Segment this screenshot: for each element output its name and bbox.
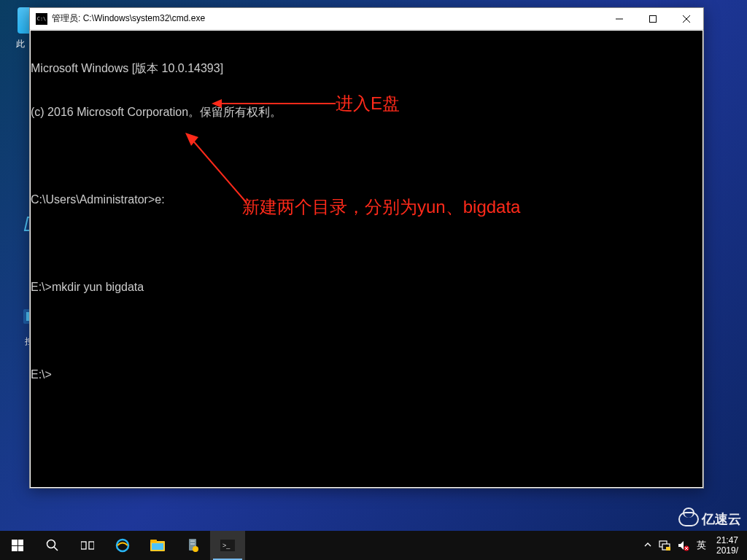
- svg-rect-20: [190, 543, 195, 545]
- tray-network[interactable]: [659, 540, 670, 551]
- maximize-button[interactable]: [636, 8, 670, 30]
- svg-rect-12: [81, 542, 86, 549]
- console-line: C:\Users\Administrator>e:: [31, 192, 703, 207]
- watermark-text: 亿速云: [702, 510, 741, 528]
- console-line: [31, 149, 703, 163]
- svg-point-21: [193, 546, 198, 552]
- console-line: (c) 2016 Microsoft Corporation。保留所有权利。: [31, 105, 703, 120]
- system-tray: 英 21:47 2019/: [638, 531, 747, 560]
- ie-icon: [115, 537, 131, 553]
- svg-point-10: [47, 540, 55, 548]
- cloud-icon: [678, 512, 699, 526]
- minimize-button[interactable]: [603, 8, 636, 30]
- svg-line-11: [54, 547, 58, 551]
- titlebar[interactable]: 管理员: C:\Windows\system32\cmd.exe: [30, 8, 703, 30]
- window-title: 管理员: C:\Windows\system32\cmd.exe: [52, 12, 603, 25]
- taskbar: >_ 英 21:47 2019/: [0, 531, 747, 560]
- svg-rect-16: [150, 540, 157, 542]
- svg-text:>_: >_: [222, 542, 231, 549]
- volume-icon: [678, 540, 689, 551]
- svg-rect-13: [89, 542, 94, 549]
- taskview-button[interactable]: [70, 531, 105, 560]
- windows-logo-icon: [12, 540, 23, 551]
- server-icon: [185, 537, 201, 553]
- console-line: Microsoft Windows [版本 10.0.14393]: [31, 61, 703, 76]
- tray-clock[interactable]: 21:47 2019/: [713, 535, 741, 556]
- svg-rect-17: [152, 543, 163, 550]
- console-line: E:\>: [31, 368, 703, 382]
- taskbar-cmd[interactable]: >_: [210, 531, 245, 560]
- taskview-icon: [81, 540, 94, 551]
- explorer-icon: [150, 539, 166, 552]
- taskbar-explorer[interactable]: [140, 531, 175, 560]
- tray-ime[interactable]: 英: [697, 539, 706, 552]
- taskbar-ie[interactable]: [105, 531, 140, 560]
- console-output[interactable]: Microsoft Windows [版本 10.0.14393] (c) 20…: [31, 31, 703, 487]
- svg-rect-26: [666, 547, 670, 551]
- network-icon: [659, 540, 670, 551]
- clock-time: 21:47: [716, 535, 738, 545]
- svg-rect-19: [190, 540, 195, 542]
- close-button[interactable]: [670, 8, 703, 30]
- watermark: 亿速云: [678, 510, 741, 528]
- svg-marker-27: [678, 541, 684, 550]
- cmd-icon: [36, 13, 47, 25]
- search-button[interactable]: [35, 531, 70, 560]
- start-button[interactable]: [0, 531, 35, 560]
- search-icon: [46, 539, 59, 552]
- tray-volume[interactable]: [678, 540, 689, 551]
- clock-date: 2019/: [716, 545, 738, 556]
- console-line: [31, 236, 703, 251]
- chevron-up-icon: [644, 541, 651, 548]
- console-line: [31, 324, 703, 338]
- taskbar-servermanager[interactable]: [175, 531, 210, 560]
- cmd-window: 管理员: C:\Windows\system32\cmd.exe Microso…: [29, 7, 704, 489]
- tray-overflow-button[interactable]: [644, 540, 651, 551]
- svg-rect-3: [650, 15, 657, 22]
- cmd-taskbar-icon: >_: [220, 540, 235, 551]
- desktop-icon-thispc-label: 此: [16, 38, 25, 50]
- console-line: E:\>mkdir yun bigdata: [31, 280, 703, 295]
